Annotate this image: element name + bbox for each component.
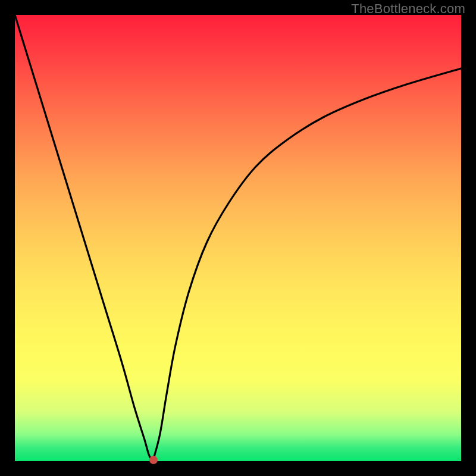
bottleneck-curve-svg — [15, 15, 461, 461]
bottleneck-curve-path — [15, 15, 461, 461]
chart-frame: TheBottleneck.com — [0, 0, 476, 476]
minimum-marker-icon — [149, 456, 158, 464]
watermark-text: TheBottleneck.com — [351, 1, 465, 17]
